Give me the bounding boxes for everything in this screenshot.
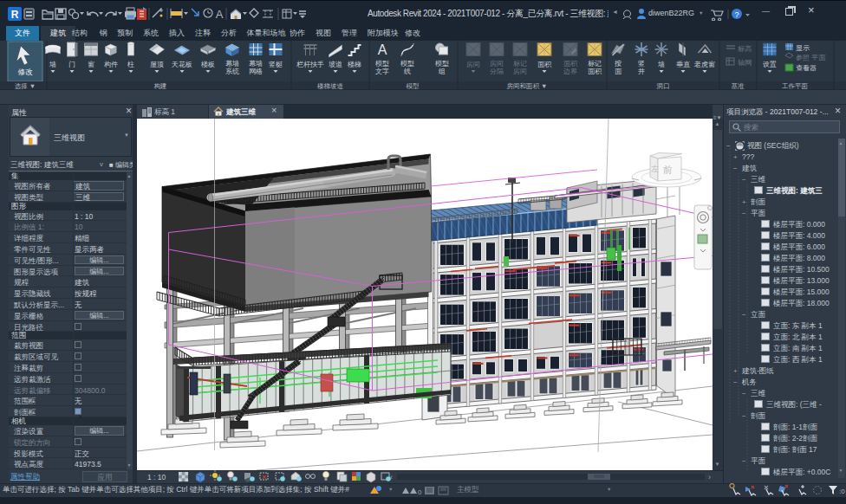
svg-text:R: R xyxy=(11,9,19,21)
svg-text:竖梃: 竖梃 xyxy=(268,61,283,68)
svg-text:?: ? xyxy=(734,10,739,19)
svg-text:模型: 模型 xyxy=(435,60,449,68)
svg-text:门: 门 xyxy=(68,61,75,68)
svg-text:按: 按 xyxy=(615,60,621,68)
svg-text:模型: 模型 xyxy=(375,60,389,68)
svg-text:基准: 基准 xyxy=(732,82,745,90)
svg-text:墙: 墙 xyxy=(657,61,665,68)
svg-text:模型: 模型 xyxy=(407,82,420,90)
svg-text:房间: 房间 xyxy=(490,60,504,68)
svg-text:›: › xyxy=(708,473,711,481)
svg-text:工作平面: 工作平面 xyxy=(782,82,809,90)
svg-text:查看器: 查看器 xyxy=(796,64,817,72)
svg-text:模型: 模型 xyxy=(400,60,414,68)
svg-text:文字: 文字 xyxy=(375,68,389,75)
svg-text:线: 线 xyxy=(403,68,411,75)
svg-text:设置: 设置 xyxy=(763,61,777,68)
svg-text:楼板: 楼板 xyxy=(201,61,215,68)
svg-text:轴网: 轴网 xyxy=(738,59,752,67)
svg-text:垂直: 垂直 xyxy=(676,61,691,68)
svg-text:A: A xyxy=(378,42,387,57)
svg-text:修改: 修改 xyxy=(18,68,34,76)
svg-text:房间: 房间 xyxy=(513,68,527,75)
svg-text:网格: 网格 xyxy=(249,68,263,75)
svg-text:幕墙: 幕墙 xyxy=(249,60,263,68)
svg-text:屋顶: 屋顶 xyxy=(150,61,164,68)
svg-text:房间: 房间 xyxy=(466,61,480,68)
svg-text:边界: 边界 xyxy=(563,68,577,75)
svg-text:天花板: 天花板 xyxy=(172,61,192,68)
svg-text:栏杆扶手: 栏杆扶手 xyxy=(296,61,324,68)
svg-text:面积: 面积 xyxy=(588,68,602,75)
svg-text:构建: 构建 xyxy=(154,82,167,90)
svg-text:墙: 墙 xyxy=(49,61,56,68)
svg-text:标高: 标高 xyxy=(738,45,752,53)
svg-text:‹: ‹ xyxy=(390,473,393,481)
svg-text:楼梯坡道: 楼梯坡道 xyxy=(317,82,344,90)
svg-text:坡道: 坡道 xyxy=(328,61,342,68)
svg-text:窗: 窗 xyxy=(88,61,94,68)
svg-text:1 : 10: 1 : 10 xyxy=(147,473,166,481)
svg-text:楼梯: 楼梯 xyxy=(348,61,361,68)
svg-text:A: A xyxy=(216,8,224,21)
svg-text:柱: 柱 xyxy=(127,61,134,68)
svg-text:标记: 标记 xyxy=(513,60,527,68)
svg-text:分隔: 分隔 xyxy=(490,68,504,75)
svg-text:显示: 显示 xyxy=(796,44,810,52)
svg-text:洞口: 洞口 xyxy=(657,82,670,90)
svg-text:井: 井 xyxy=(638,68,645,75)
svg-text:组: 组 xyxy=(438,68,446,75)
svg-text::0: :0 xyxy=(839,488,845,495)
svg-text:左: 左 xyxy=(651,165,659,173)
svg-text:房间和面积 ▼: 房间和面积 ▼ xyxy=(506,82,547,90)
svg-text:竖: 竖 xyxy=(637,60,645,68)
svg-text:老虎窗: 老虎窗 xyxy=(693,61,715,68)
svg-text:幕墙: 幕墙 xyxy=(225,60,239,68)
svg-text:参照 平面: 参照 平面 xyxy=(796,54,826,61)
svg-text:面积: 面积 xyxy=(563,60,578,68)
svg-text:前: 前 xyxy=(662,165,673,175)
svg-text:面积: 面积 xyxy=(537,61,552,68)
svg-text:构件: 构件 xyxy=(104,61,118,68)
svg-text:系统: 系统 xyxy=(225,68,239,75)
svg-text:标记: 标记 xyxy=(588,60,602,68)
svg-text:选择 ▼: 选择 ▼ xyxy=(15,82,36,90)
svg-text:面: 面 xyxy=(615,68,622,75)
svg-text:0: 0 xyxy=(418,488,422,496)
